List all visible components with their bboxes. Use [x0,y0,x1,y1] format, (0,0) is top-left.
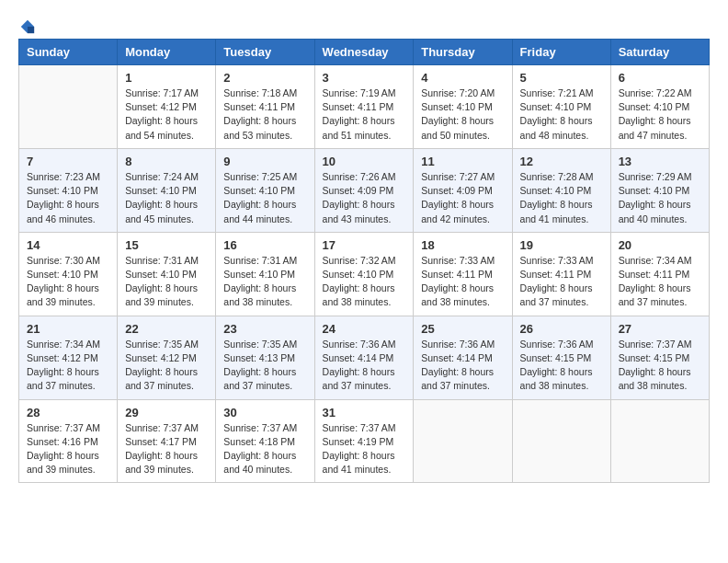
day-number: 20 [619,238,701,252]
day-number: 18 [421,238,504,252]
day-number: 23 [223,322,306,336]
calendar-cell: 14Sunrise: 7:30 AM Sunset: 4:10 PM Dayli… [19,232,118,316]
weekday-header: Tuesday [216,40,314,65]
day-number: 26 [520,322,603,336]
calendar-cell [610,399,709,483]
day-info: Sunrise: 7:27 AM Sunset: 4:09 PM Dayligh… [421,170,504,226]
day-number: 14 [27,238,109,252]
day-number: 5 [520,71,603,85]
day-number: 19 [520,238,603,252]
calendar-cell: 29Sunrise: 7:37 AM Sunset: 4:17 PM Dayli… [118,399,216,483]
logo-icon [19,18,36,35]
day-number: 21 [27,322,109,336]
day-info: Sunrise: 7:28 AM Sunset: 4:10 PM Dayligh… [520,170,603,226]
day-number: 9 [223,155,306,168]
calendar-cell: 1Sunrise: 7:17 AM Sunset: 4:12 PM Daylig… [118,65,216,149]
calendar-week-row: 7Sunrise: 7:23 AM Sunset: 4:10 PM Daylig… [19,148,710,232]
day-number: 17 [323,238,406,252]
day-number: 30 [223,406,306,419]
day-info: Sunrise: 7:20 AM Sunset: 4:10 PM Dayligh… [421,86,504,143]
day-number: 12 [520,155,603,168]
calendar-cell: 30Sunrise: 7:37 AM Sunset: 4:18 PM Dayli… [216,399,314,483]
calendar-cell: 16Sunrise: 7:31 AM Sunset: 4:10 PM Dayli… [216,232,314,316]
calendar-cell: 18Sunrise: 7:33 AM Sunset: 4:11 PM Dayli… [414,232,512,316]
day-info: Sunrise: 7:36 AM Sunset: 4:14 PM Dayligh… [323,338,406,394]
day-number: 27 [619,322,701,336]
weekday-header: Wednesday [314,40,414,65]
weekday-header: Monday [118,40,216,65]
calendar-cell: 26Sunrise: 7:36 AM Sunset: 4:15 PM Dayli… [512,316,610,399]
day-number: 10 [323,155,406,168]
calendar-cell: 22Sunrise: 7:35 AM Sunset: 4:12 PM Dayli… [118,316,216,399]
calendar-header-row: SundayMondayTuesdayWednesdayThursdayFrid… [19,40,710,65]
day-info: Sunrise: 7:33 AM Sunset: 4:11 PM Dayligh… [421,254,504,310]
calendar-cell: 23Sunrise: 7:35 AM Sunset: 4:13 PM Dayli… [216,316,314,399]
calendar-cell: 6Sunrise: 7:22 AM Sunset: 4:10 PM Daylig… [610,65,709,149]
day-info: Sunrise: 7:26 AM Sunset: 4:09 PM Dayligh… [323,170,406,226]
calendar-cell: 19Sunrise: 7:33 AM Sunset: 4:11 PM Dayli… [512,232,610,316]
calendar-cell: 8Sunrise: 7:24 AM Sunset: 4:10 PM Daylig… [118,148,216,232]
calendar-cell: 4Sunrise: 7:20 AM Sunset: 4:10 PM Daylig… [414,65,512,149]
day-number: 16 [223,238,306,252]
calendar-cell [19,65,118,149]
day-number: 13 [619,155,701,168]
day-number: 28 [27,406,109,419]
day-number: 8 [125,155,208,168]
weekday-header: Friday [512,40,610,65]
day-number: 15 [125,238,208,252]
day-number: 22 [125,322,208,336]
weekday-header: Thursday [414,40,512,65]
day-info: Sunrise: 7:35 AM Sunset: 4:13 PM Dayligh… [223,338,306,394]
day-info: Sunrise: 7:36 AM Sunset: 4:14 PM Dayligh… [421,338,504,394]
day-number: 25 [421,322,504,336]
calendar-cell [512,399,610,483]
day-number: 4 [421,71,504,85]
calendar-cell: 25Sunrise: 7:36 AM Sunset: 4:14 PM Dayli… [414,316,512,399]
day-info: Sunrise: 7:17 AM Sunset: 4:12 PM Dayligh… [125,86,208,143]
calendar-week-row: 28Sunrise: 7:37 AM Sunset: 4:16 PM Dayli… [19,399,710,483]
day-info: Sunrise: 7:24 AM Sunset: 4:10 PM Dayligh… [125,170,208,226]
calendar-cell: 13Sunrise: 7:29 AM Sunset: 4:10 PM Dayli… [610,148,709,232]
day-info: Sunrise: 7:34 AM Sunset: 4:12 PM Dayligh… [27,338,109,394]
day-info: Sunrise: 7:29 AM Sunset: 4:10 PM Dayligh… [619,170,701,226]
calendar-cell: 12Sunrise: 7:28 AM Sunset: 4:10 PM Dayli… [512,148,610,232]
calendar-cell: 10Sunrise: 7:26 AM Sunset: 4:09 PM Dayli… [314,148,414,232]
day-info: Sunrise: 7:31 AM Sunset: 4:10 PM Dayligh… [223,254,306,310]
calendar-table: SundayMondayTuesdayWednesdayThursdayFrid… [18,39,710,483]
calendar-cell: 2Sunrise: 7:18 AM Sunset: 4:11 PM Daylig… [216,65,314,149]
logo [18,18,36,29]
day-info: Sunrise: 7:34 AM Sunset: 4:11 PM Dayligh… [619,254,701,310]
calendar-body: 1Sunrise: 7:17 AM Sunset: 4:12 PM Daylig… [19,65,710,483]
calendar-cell: 21Sunrise: 7:34 AM Sunset: 4:12 PM Dayli… [19,316,118,399]
calendar-week-row: 14Sunrise: 7:30 AM Sunset: 4:10 PM Dayli… [19,232,710,316]
day-info: Sunrise: 7:21 AM Sunset: 4:10 PM Dayligh… [520,86,603,143]
calendar-cell: 15Sunrise: 7:31 AM Sunset: 4:10 PM Dayli… [118,232,216,316]
day-info: Sunrise: 7:37 AM Sunset: 4:15 PM Dayligh… [619,338,701,394]
calendar-cell: 31Sunrise: 7:37 AM Sunset: 4:19 PM Dayli… [314,399,414,483]
day-info: Sunrise: 7:19 AM Sunset: 4:11 PM Dayligh… [323,86,406,143]
day-info: Sunrise: 7:23 AM Sunset: 4:10 PM Dayligh… [27,170,109,226]
calendar-cell: 17Sunrise: 7:32 AM Sunset: 4:10 PM Dayli… [314,232,414,316]
weekday-header: Saturday [610,40,709,65]
page-header [18,18,710,29]
weekday-header: Sunday [19,40,118,65]
day-info: Sunrise: 7:30 AM Sunset: 4:10 PM Dayligh… [27,254,109,310]
calendar-cell: 9Sunrise: 7:25 AM Sunset: 4:10 PM Daylig… [216,148,314,232]
day-info: Sunrise: 7:31 AM Sunset: 4:10 PM Dayligh… [125,254,208,310]
day-number: 11 [421,155,504,168]
day-number: 31 [323,406,406,419]
day-info: Sunrise: 7:37 AM Sunset: 4:16 PM Dayligh… [27,421,109,477]
day-number: 1 [125,71,208,85]
calendar-cell: 28Sunrise: 7:37 AM Sunset: 4:16 PM Dayli… [19,399,118,483]
day-info: Sunrise: 7:35 AM Sunset: 4:12 PM Dayligh… [125,338,208,394]
calendar-cell: 20Sunrise: 7:34 AM Sunset: 4:11 PM Dayli… [610,232,709,316]
day-info: Sunrise: 7:36 AM Sunset: 4:15 PM Dayligh… [520,338,603,394]
calendar-cell: 27Sunrise: 7:37 AM Sunset: 4:15 PM Dayli… [610,316,709,399]
calendar-cell: 7Sunrise: 7:23 AM Sunset: 4:10 PM Daylig… [19,148,118,232]
day-info: Sunrise: 7:25 AM Sunset: 4:10 PM Dayligh… [223,170,306,226]
day-number: 29 [125,406,208,419]
svg-marker-1 [28,27,34,33]
calendar-cell: 24Sunrise: 7:36 AM Sunset: 4:14 PM Dayli… [314,316,414,399]
day-info: Sunrise: 7:37 AM Sunset: 4:18 PM Dayligh… [223,421,306,477]
day-info: Sunrise: 7:37 AM Sunset: 4:19 PM Dayligh… [323,421,406,477]
